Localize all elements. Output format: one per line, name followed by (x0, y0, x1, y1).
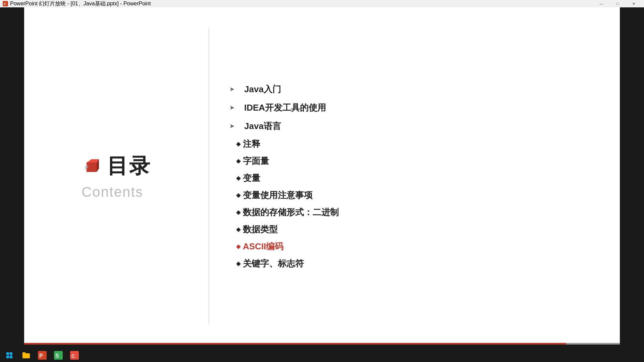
slides-taskbar-btn[interactable]: S (51, 349, 66, 361)
maximize-button[interactable]: □ (610, 0, 625, 7)
close-button[interactable]: ✕ (626, 0, 641, 7)
slides-taskbar-icon: S (54, 351, 63, 360)
diamond-icon-4: ◆ (229, 191, 237, 199)
menu-label-java-lang: Java语言 (244, 120, 281, 132)
submenu-label-comments: 注释 (243, 138, 260, 150)
menu-label-java-intro: Java入门 (244, 83, 281, 95)
svg-rect-26 (6, 356, 9, 358)
titlebar-left: P PowerPoint 幻灯片放映 - [01、Java基础.pptx] - … (3, 0, 151, 7)
svg-text:P: P (39, 353, 43, 359)
diamond-icon-3: ◆ (229, 174, 237, 182)
titlebar-controls: — □ ✕ (594, 0, 641, 7)
minimize-button[interactable]: — (594, 0, 609, 7)
submenu-item-keyword: ◆ 关键字、标志符 (229, 255, 600, 272)
powerpoint-app-icon: P (38, 351, 47, 360)
cube-icon (82, 156, 102, 176)
svg-text:C: C (71, 353, 75, 359)
menu-item-java-lang: ➤ Java语言 (229, 117, 600, 135)
left-black-panel (0, 7, 24, 345)
diamond-icon-8: ◆ (229, 260, 237, 267)
svg-rect-24 (6, 352, 9, 355)
submenu-item-comments: ◆ 注释 (229, 135, 600, 153)
submenu-item-ascii: ◆ ASCII编码 (229, 238, 600, 255)
submenu-item-storage: ◆ 数据的存储形式：二进制 (229, 204, 600, 221)
titlebar-title: PowerPoint 幻灯片放映 - [01、Java基础.pptx] - Po… (10, 0, 151, 7)
slide-right-panel: ➤ Java入门 ➤ IDEA开发工具的使用 ➤ Java语言 ◆ 注释 ◆ 字… (209, 7, 620, 345)
svg-text:P: P (4, 2, 6, 6)
menu-item-java-intro: ➤ Java入门 (229, 80, 600, 99)
logo-area: 目录 Contents (82, 152, 151, 200)
diamond-icon-2: ◆ (229, 157, 237, 165)
slide-sub-title: Contents (82, 184, 143, 200)
submenu-label-storage: 数据的存储形式：二进制 (243, 206, 339, 218)
explorer-taskbar-btn[interactable] (19, 349, 34, 361)
slide-main-title: 目录 (107, 152, 151, 180)
explorer-folder-icon (22, 351, 31, 360)
submenu-item-variable-notes: ◆ 变量使用注意事项 (229, 187, 600, 204)
submenu-label-ascii: ASCII编码 (243, 241, 283, 252)
submenu-item-literal: ◆ 字面量 (229, 153, 600, 170)
taskbar: P S C (0, 349, 644, 362)
submenu-label-literal: 字面量 (243, 155, 269, 167)
diamond-icon-7-red: ◆ (229, 243, 237, 250)
svg-rect-27 (10, 356, 12, 358)
browser-taskbar-btn[interactable]: C (67, 349, 82, 361)
arrow-icon-1: ➤ (229, 85, 237, 93)
slide-left-panel: 目录 Contents (24, 7, 209, 345)
submenu-item-datatype: ◆ 数据类型 (229, 221, 600, 238)
explorer-icon (21, 351, 31, 360)
title-bar: P PowerPoint 幻灯片放映 - [01、Java基础.pptx] - … (0, 0, 644, 7)
arrow-icon-3: ➤ (229, 122, 237, 130)
logo-row: 目录 (82, 152, 151, 180)
submenu-label-variable-notes: 变量使用注意事项 (243, 189, 313, 201)
submenu-item-variable: ◆ 变量 (229, 170, 600, 187)
browser-taskbar-icon: C (70, 351, 79, 360)
diamond-icon-5: ◆ (229, 208, 237, 216)
diamond-icon-1: ◆ (229, 140, 237, 147)
browser-app-icon: C (70, 351, 79, 360)
submenu-label-datatype: 数据类型 (243, 224, 278, 235)
svg-rect-25 (10, 352, 12, 355)
slide-container: 目录 Contents ➤ Java入门 ➤ IDEA开发工具的使用 ➤ Jav… (24, 7, 620, 345)
svg-text:S: S (55, 353, 59, 359)
powerpoint-taskbar-icon: P (38, 351, 47, 360)
powerpoint-taskbar-btn[interactable]: P (35, 349, 50, 361)
right-black-panel (620, 7, 644, 345)
submenu-label-keyword: 关键字、标志符 (243, 258, 304, 269)
start-button[interactable] (1, 349, 17, 362)
arrow-icon-2: ➤ (229, 104, 237, 111)
bottom-black (0, 345, 644, 349)
slides-app-icon: S (54, 351, 63, 360)
menu-item-idea: ➤ IDEA开发工具的使用 (229, 99, 600, 117)
windows-icon (6, 352, 13, 359)
diamond-icon-6: ◆ (229, 226, 237, 233)
powerpoint-logo-icon: P (3, 1, 8, 6)
menu-label-idea: IDEA开发工具的使用 (244, 102, 326, 114)
submenu-label-variable: 变量 (243, 172, 260, 184)
